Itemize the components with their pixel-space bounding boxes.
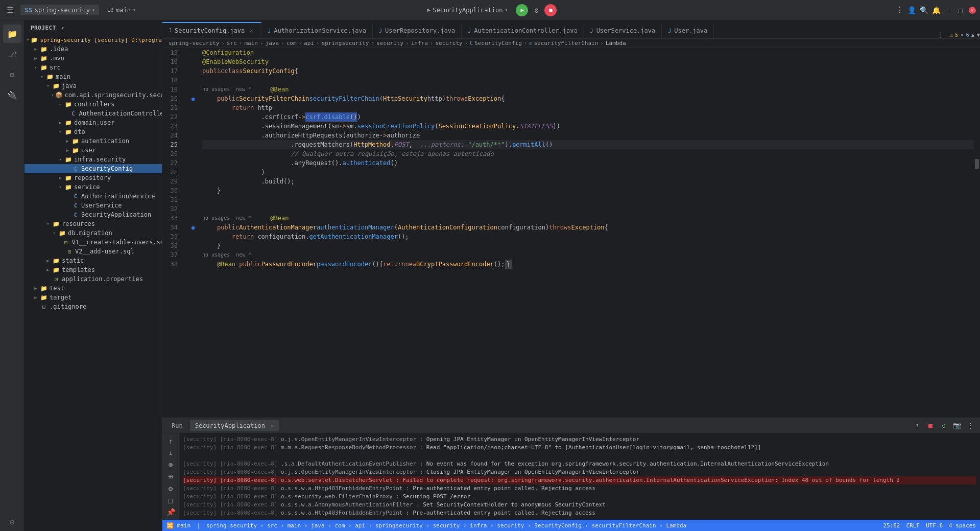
branch-selector[interactable]: ⎇ main ▾ (103, 5, 140, 15)
breadcrumb-springsecurity[interactable]: springsecurity (322, 40, 369, 47)
breadcrumb-file[interactable]: CSecurityConfig (470, 40, 522, 47)
activity-plugins[interactable]: 🔌 (3, 86, 21, 104)
run-button[interactable]: ▶ (516, 4, 528, 16)
tabs-more-button[interactable]: ⋮ (933, 31, 947, 38)
breadcrumb-method[interactable]: msecurityFilterChain (529, 40, 598, 47)
breadcrumb-infra[interactable]: infra (411, 40, 428, 47)
breadcrumb-java[interactable]: java (266, 40, 279, 47)
settings-console-btn[interactable]: ⚙ (164, 483, 177, 494)
clear-console-btn[interactable]: ⊗ (164, 459, 177, 470)
activity-more[interactable]: ⚙ (3, 513, 21, 531)
tree-item-java[interactable]: ▾ 📁 java (25, 81, 162, 90)
tree-item-gitignore[interactable]: ▶ ⊡ .gitignore (25, 302, 162, 311)
project-selector[interactable]: SS spring-security ▾ (20, 5, 99, 15)
tree-item-infra[interactable]: ▾ 📁 infra.security (25, 155, 162, 164)
scroll-to-top-btn[interactable]: ⬆ (912, 420, 923, 431)
tab-authservice[interactable]: J AuthorizationService.java (261, 22, 373, 38)
tree-item-securityapp[interactable]: ▶ C SecurityApplication (25, 210, 162, 219)
activity-structure[interactable]: ⊞ (3, 65, 21, 84)
rerun-btn[interactable]: ↺ (938, 420, 949, 431)
gutter-bean-20[interactable]: ● (188, 94, 198, 103)
stop-console-btn[interactable]: ■ (925, 420, 936, 431)
tree-item-autentication[interactable]: ▶ 📁 autentication (25, 136, 162, 146)
tree-item-service[interactable]: ▾ 📁 service (25, 182, 162, 192)
status-indent[interactable]: 4 spaces (949, 522, 976, 529)
tree-item-v1[interactable]: ▶ ⊡ V1__create-table-users.sql (25, 238, 162, 247)
stop-button[interactable]: ■ (544, 4, 557, 16)
tree-item-db[interactable]: ▾ 📁 db.migration (25, 228, 162, 238)
profile-button[interactable]: 👤 (907, 6, 916, 14)
tree-item-securityconfig[interactable]: ▶ C SecurityConfig (25, 164, 162, 173)
pin-btn[interactable]: 📌 (164, 507, 177, 518)
bottom-tab-run[interactable]: Run (166, 420, 188, 431)
scroll-up[interactable]: ▲ (971, 32, 975, 38)
breadcrumb-src[interactable]: src (227, 40, 237, 47)
tree-item-authcontroller[interactable]: ▶ C AuthenticationController (25, 109, 162, 118)
bottom-tab-securityapp[interactable]: SecurityApplication ✕ (190, 420, 279, 431)
breadcrumb-api[interactable]: api (304, 40, 314, 47)
code-content[interactable]: @Configuration @EnableWebSecurity public… (198, 48, 974, 418)
scroll-down[interactable]: ▼ (976, 32, 980, 38)
breadcrumb-spring[interactable]: spring-security (169, 40, 219, 47)
tab-securityconfig[interactable]: J SecurityConfig.java ✕ (162, 22, 261, 38)
tree-item-main[interactable]: ▾ 📁 main (25, 72, 162, 81)
breadcrumb-com[interactable]: com (286, 40, 297, 47)
tree-item-userservice[interactable]: ▶ C UserService (25, 201, 162, 210)
notification-button[interactable]: 🔔 (932, 6, 940, 14)
screenshot-btn[interactable]: 📷 (951, 420, 963, 431)
search-button[interactable]: 🔍 (920, 6, 928, 14)
bottom-tab-close[interactable]: ✕ (271, 423, 274, 429)
maximize-button[interactable]: □ (957, 6, 965, 14)
breadcrumb-security[interactable]: security (376, 40, 403, 47)
code-editor[interactable]: 15 16 17 18 19 20 21 22 23 24 25 26 27 2… (162, 48, 980, 418)
tree-item-dto[interactable]: ▾ 📁 dto (25, 127, 162, 136)
tree-item-src[interactable]: ▾ 📁 src (25, 63, 162, 72)
scrollbar-thumb[interactable] (975, 159, 979, 169)
tree-item-templates[interactable]: ▶ 📁 templates (25, 265, 162, 274)
status-crlf[interactable]: CRLF (906, 522, 920, 529)
tree-item-idea[interactable]: ▶ 📁 .idea (25, 44, 162, 54)
menu-icon[interactable]: ☰ (4, 4, 16, 16)
more-button[interactable]: ⋮ (895, 6, 903, 14)
gutter-bean-34[interactable]: ● (188, 223, 198, 232)
run-config-selector[interactable]: ▶ SecurityApplication ▾ (423, 5, 512, 15)
breadcrumb-lambda[interactable]: Lambda (606, 40, 626, 47)
linenum-19: 19 (162, 85, 182, 94)
tree-item-mvn[interactable]: ▶ 📁 .mvn (25, 54, 162, 63)
console-output[interactable]: [security] [nio-8080-exec-8] o.j.s.OpenE… (179, 433, 980, 520)
layout-btn[interactable]: □ (164, 495, 177, 505)
tree-item-authservice[interactable]: ▶ C AuthorizationService (25, 192, 162, 201)
tree-item-static[interactable]: ▶ 📁 static (25, 256, 162, 265)
tree-item-appprops[interactable]: ▶ ⊡ application.properties (25, 274, 162, 284)
filter-btn[interactable]: ⊞ (164, 471, 177, 482)
tab-close-securityconfig[interactable]: ✕ (248, 27, 255, 34)
tab-userrepo[interactable]: J UserRepository.java (373, 22, 462, 38)
tree-item-repository[interactable]: ▶ 📁 repository (25, 173, 162, 182)
scroll-up-btn[interactable]: ↑ (164, 435, 177, 446)
more-console-btn[interactable]: ⋮ (965, 420, 976, 431)
tree-item-target[interactable]: ▶ 📁 target (25, 293, 162, 302)
breadcrumb-main[interactable]: main (244, 40, 258, 47)
tree-item-user[interactable]: ▶ 📁 user (25, 146, 162, 155)
activity-vcs[interactable]: ⎇ (3, 45, 21, 63)
tab-autentcontroller[interactable]: J AutenticationController.java (462, 22, 584, 38)
minimize-button[interactable]: — (944, 6, 952, 14)
tree-item-package[interactable]: ▾ 📦 com.api.springsecurity.security (25, 90, 162, 100)
tree-item-root[interactable]: ▾ 📁 spring-security [security] D:\progra… (25, 35, 162, 44)
tab-user[interactable]: J User.java (662, 22, 714, 38)
sidebar-header[interactable]: Project ▾ (25, 20, 162, 35)
status-position[interactable]: 25:82 (883, 522, 900, 529)
tree-item-test[interactable]: ▶ 📁 test (25, 284, 162, 293)
tree-item-controllers[interactable]: ▾ 📁 controllers (25, 100, 162, 109)
close-button[interactable]: ✕ (969, 7, 976, 14)
tree-item-v2[interactable]: ▶ ⊡ V2__add-user.sql (25, 247, 162, 256)
tree-item-resources[interactable]: ▾ 📁 resources (25, 219, 162, 228)
tab-userservice[interactable]: J UserService.java (584, 22, 662, 38)
scroll-down-btn[interactable]: ↓ (164, 447, 177, 458)
code-line-19: no usages new * @Bean (202, 85, 974, 94)
status-encoding[interactable]: UTF-8 (926, 522, 943, 529)
activity-explorer[interactable]: 📁 (3, 25, 21, 43)
breadcrumb-security2[interactable]: security (435, 40, 462, 47)
settings-button[interactable]: ⚙ (532, 6, 540, 14)
tree-item-domain[interactable]: ▶ 📁 domain.user (25, 118, 162, 127)
